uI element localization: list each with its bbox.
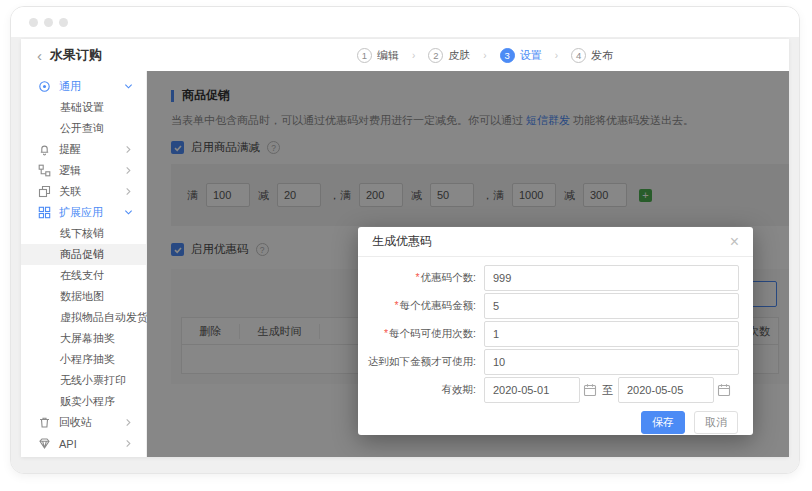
chevron-right-icon [124,418,133,427]
step-settings[interactable]: 3 设置 [500,48,542,63]
field-label: 每个码可使用次数: [389,327,476,339]
trash-icon [38,416,51,429]
wizard-steps: 1 编辑 › 2 皮肤 › 3 设置 › 4 [357,39,613,71]
step-separator-icon: › [412,50,415,61]
min-amount-input[interactable] [484,349,739,375]
app-panel: ‹ 水果订购 1 编辑 › 2 皮肤 › 3 设置 [21,39,789,457]
step-skin[interactable]: 2 皮肤 [428,48,470,63]
window-dot [29,18,38,27]
calendar-icon[interactable] [583,383,597,397]
sidebar-item-basic-settings[interactable]: 基础设置 [21,97,146,118]
target-icon [38,80,51,93]
back-icon[interactable]: ‹ [37,48,42,63]
page-title: 水果订购 [50,46,102,64]
modal-title: 生成优惠码 [372,233,432,250]
app-header: ‹ 水果订购 1 编辑 › 2 皮肤 › 3 设置 [21,39,789,71]
logic-branch-icon [38,164,51,177]
validity-end-input[interactable] [618,377,714,403]
sidebar-item-offline-verify[interactable]: 线下核销 [21,223,146,244]
sidebar-item-api[interactable]: API [21,433,146,454]
chevron-right-icon [124,439,133,448]
sidebar: 通用 基础设置 公开查询 提醒 [21,71,147,457]
field-label: 每个优惠码金额: [400,299,476,311]
field-label: 优惠码个数: [421,271,476,283]
sidebar-item-virtual-delivery[interactable]: 虚拟物品自动发货 [21,307,146,328]
sidebar-item-data-map[interactable]: 数据地图 [21,286,146,307]
chevron-down-icon [124,208,133,217]
window-dot [44,18,53,27]
calendar-icon[interactable] [717,383,731,397]
save-button[interactable]: 保存 [641,411,685,434]
chevron-right-icon [124,145,133,154]
sidebar-item-online-payment[interactable]: 在线支付 [21,265,146,286]
sidebar-item-screen-lottery[interactable]: 大屏幕抽奖 [21,328,146,349]
coupon-use-times-input[interactable] [484,321,739,347]
coupon-amount-input[interactable] [484,293,739,319]
sidebar-item-public-query[interactable]: 公开查询 [21,118,146,139]
api-gem-icon [38,437,51,450]
browser-titlebar [11,7,799,37]
modal-header: 生成优惠码 × [358,227,753,257]
coupon-count-input[interactable] [484,265,739,291]
step-number: 2 [428,48,443,63]
step-number: 3 [500,48,515,63]
relation-icon [38,185,51,198]
browser-body: ‹ 水果订购 1 编辑 › 2 皮肤 › 3 设置 [11,37,799,474]
to-label: 至 [602,383,613,398]
window-dot [59,18,68,27]
sidebar-item-extensions[interactable]: 扩展应用 [21,202,146,223]
step-number: 1 [357,48,372,63]
sidebar-item-relation[interactable]: 关联 [21,181,146,202]
validity-start-input[interactable] [484,377,580,403]
field-label: 达到如下金额才可使用: [368,355,476,367]
sidebar-item-logic[interactable]: 逻辑 [21,160,146,181]
min-amount-row: 达到如下金额才可使用: [358,349,739,375]
chevron-down-icon [124,82,133,91]
coupon-use-times-row: *每个码可使用次数: [358,321,739,347]
sidebar-item-miniapp-lottery[interactable]: 小程序抽奖 [21,349,146,370]
validity-row: 有效期: 至 [358,377,739,403]
chevron-right-icon [124,166,133,175]
required-mark: * [384,327,388,339]
coupon-count-row: *优惠码个数: [358,265,739,291]
generate-coupon-modal: 生成优惠码 × *优惠码个数: *每个优惠码金额: [358,227,753,435]
browser-window: ‹ 水果订购 1 编辑 › 2 皮肤 › 3 设置 [10,6,800,474]
sidebar-item-general[interactable]: 通用 [21,76,146,97]
grid-icon [38,206,51,219]
step-separator-icon: › [483,50,486,61]
chevron-right-icon [124,187,133,196]
close-icon[interactable]: × [730,234,739,250]
field-label: 有效期: [442,383,476,395]
step-separator-icon: › [555,50,558,61]
sidebar-item-selling-miniapp[interactable]: 贩卖小程序 [21,391,146,412]
cancel-button[interactable]: 取消 [694,411,738,434]
content-area: 商品促销 当表单中包含商品时，可以通过优惠码对费用进行一定减免。你可以通过 短信… [147,71,789,457]
step-number: 4 [571,48,586,63]
sidebar-item-reminder[interactable]: 提醒 [21,139,146,160]
step-publish[interactable]: 4 发布 [571,48,613,63]
bell-icon [38,143,51,156]
sidebar-item-recycle-bin[interactable]: 回收站 [21,412,146,433]
coupon-amount-row: *每个优惠码金额: [358,293,739,319]
sidebar-item-wireless-print[interactable]: 无线小票打印 [21,370,146,391]
required-mark: * [394,299,398,311]
sidebar-item-product-promotion[interactable]: 商品促销 [21,244,146,265]
step-edit[interactable]: 1 编辑 [357,48,399,63]
required-mark: * [415,271,419,283]
